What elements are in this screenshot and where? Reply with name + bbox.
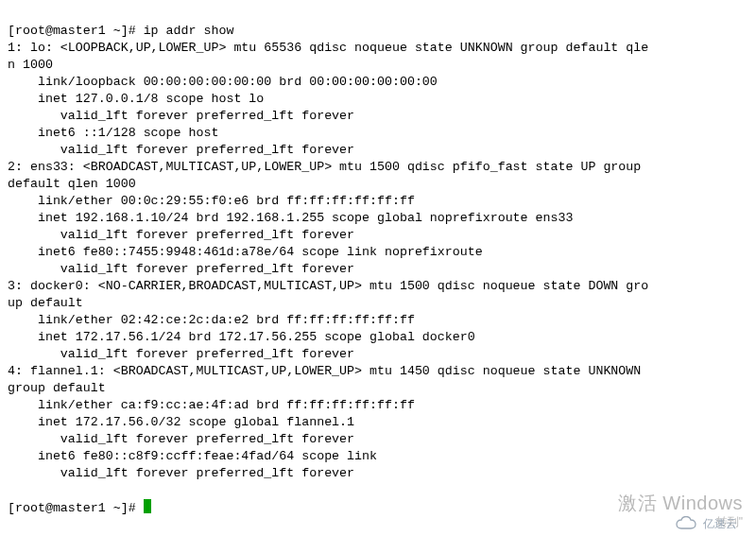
terminal-output[interactable]: [root@master1 ~]# ip addr show 1: lo: <L… xyxy=(0,0,756,517)
output-line: valid_lft forever preferred_lft forever xyxy=(8,347,354,361)
output-line: inet 172.17.56.1/24 brd 172.17.56.255 sc… xyxy=(8,330,475,344)
output-line: valid_lft forever preferred_lft forever xyxy=(8,143,354,157)
output-line: link/ether ca:f9:cc:ae:4f:ad brd ff:ff:f… xyxy=(8,398,415,412)
output-line: link/ether 02:42:ce:2c:da:e2 brd ff:ff:f… xyxy=(8,313,415,327)
output-line: valid_lft forever preferred_lft forever xyxy=(8,228,354,242)
output-line: inet6 fe80::7455:9948:461d:a78e/64 scope… xyxy=(8,245,490,259)
output-line: 2: ens33: <BROADCAST,MULTICAST,UP,LOWER_… xyxy=(8,160,648,174)
prompt-prefix: [root@master1 ~]# xyxy=(8,24,136,38)
output-line: group default xyxy=(8,381,113,395)
output-line: 3: docker0: <NO-CARRIER,BROADCAST,MULTIC… xyxy=(8,279,648,293)
ip-addr-output: 1: lo: <LOOPBACK,UP,LOWER_UP> mtu 65536 … xyxy=(8,40,748,482)
output-line: inet 172.17.56.0/32 scope global flannel… xyxy=(8,415,354,429)
output-line: inet6 fe80::c8f9:ccff:feae:4fad/64 scope… xyxy=(8,449,385,463)
output-line: valid_lft forever preferred_lft forever xyxy=(8,432,354,446)
output-line: inet6 ::1/128 scope host xyxy=(8,126,226,140)
output-line: link/loopback 00:00:00:00:00:00 brd 00:0… xyxy=(8,75,438,89)
cloud-icon xyxy=(675,516,699,531)
watermark-line2: 转到" xyxy=(618,515,743,530)
provider-logo: 亿速云 xyxy=(675,515,737,532)
terminal-cursor[interactable] xyxy=(144,499,151,513)
output-line: inet 192.168.1.10/24 brd 192.168.1.255 s… xyxy=(8,211,573,225)
output-line: 4: flannel.1: <BROADCAST,MULTICAST,UP,LO… xyxy=(8,364,648,378)
shell-prompt: [root@master1 ~]# xyxy=(8,501,144,515)
output-line: valid_lft forever preferred_lft forever xyxy=(8,262,354,276)
output-line: valid_lft forever preferred_lft forever xyxy=(8,109,354,123)
output-line: valid_lft forever preferred_lft forever xyxy=(8,466,354,480)
shell-prompt: [root@master1 ~]# ip addr show xyxy=(8,24,233,38)
output-line: 1: lo: <LOOPBACK,UP,LOWER_UP> mtu 65536 … xyxy=(8,41,648,55)
prompt-prefix: [root@master1 ~]# xyxy=(8,501,136,515)
shell-command: ip addr show xyxy=(144,24,234,38)
output-line: inet 127.0.0.1/8 scope host lo xyxy=(8,92,264,106)
provider-name: 亿速云 xyxy=(703,515,737,532)
output-line: n 1000 xyxy=(8,58,53,72)
output-line: link/ether 00:0c:29:55:f0:e6 brd ff:ff:f… xyxy=(8,194,415,208)
output-line: default qlen 1000 xyxy=(8,177,136,191)
output-line: up default xyxy=(8,296,91,310)
